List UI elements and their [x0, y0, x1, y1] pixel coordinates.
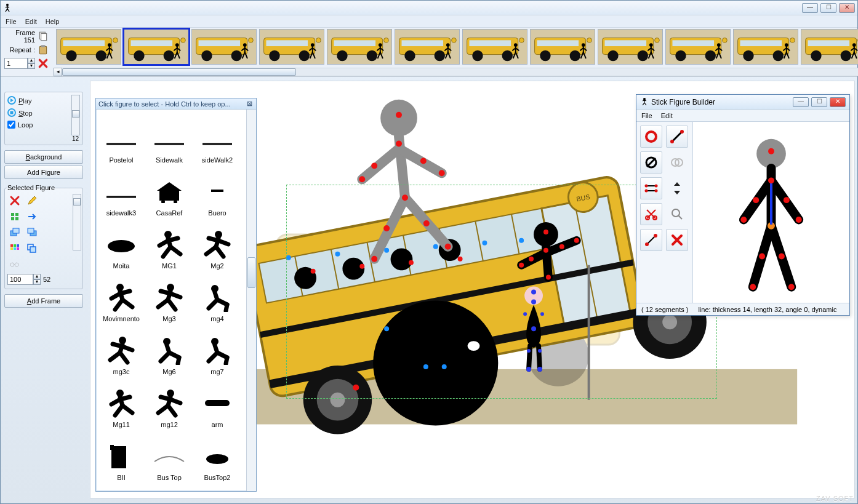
figure-library-item[interactable]: Bus Top: [145, 428, 193, 481]
figure-library-item[interactable]: [145, 481, 193, 491]
add-frame-button[interactable]: Add Frame: [4, 294, 83, 308]
duplicate-figure-icon[interactable]: [25, 242, 39, 255]
figure-library-scrollbar[interactable]: [246, 110, 256, 491]
delete-frame-icon[interactable]: [38, 58, 49, 69]
speed-slider[interactable]: [71, 95, 80, 135]
color-figure-icon[interactable]: [7, 242, 22, 255]
figure-library-item[interactable]: mg12: [145, 375, 193, 428]
opacity-slider-thumb[interactable]: [73, 198, 81, 206]
figure-library-titlebar[interactable]: Click figure to select - Hold Ctrl to ke…: [96, 98, 256, 110]
opacity-slider[interactable]: [73, 194, 81, 250]
repeat-up[interactable]: ▲: [28, 58, 35, 63]
figure-library-item[interactable]: mg3c: [97, 322, 145, 375]
center-figure-icon[interactable]: [7, 210, 22, 223]
timeline-thumb[interactable]: [124, 29, 189, 65]
sfb-tool-line-icon[interactable]: [666, 126, 688, 148]
figure-library-item[interactable]: sidewalk3: [97, 164, 145, 217]
main-titlebar[interactable]: — ☐ ✕: [1, 1, 857, 15]
raise-figure-icon[interactable]: [25, 226, 39, 239]
figure-library-item[interactable]: Mg11: [97, 375, 145, 428]
copy-frame-icon[interactable]: [38, 31, 49, 42]
sfb-tool-overlap-icon[interactable]: [666, 151, 688, 174]
sfb-close-button[interactable]: ✕: [830, 97, 846, 107]
sfb-tool-split-icon[interactable]: [640, 177, 662, 199]
timeline-thumb[interactable]: [598, 29, 663, 65]
sfb-tool-magnify-icon[interactable]: [666, 203, 688, 225]
timeline-scroll-left[interactable]: ◂: [54, 68, 62, 76]
stick-figure-builder-window[interactable]: Stick Figure Builder — ☐ ✕ File Edit: [636, 94, 850, 316]
figure-library-close-icon[interactable]: ⊠: [245, 100, 254, 108]
figure-library-item[interactable]: Sidewalk: [145, 111, 193, 164]
sfb-tool-delete-icon[interactable]: [666, 229, 688, 251]
repeat-input[interactable]: [4, 58, 28, 69]
timeline-scroll-track[interactable]: [62, 68, 858, 76]
menu-help[interactable]: Help: [46, 18, 60, 25]
edit-figure-icon[interactable]: [25, 194, 39, 207]
timeline-thumb[interactable]: [56, 29, 121, 65]
sfb-tool-circle-icon[interactable]: [640, 126, 662, 148]
main-close-button[interactable]: ✕: [839, 3, 855, 13]
flip-figure-icon[interactable]: [25, 210, 39, 223]
timeline-thumb[interactable]: [733, 29, 798, 65]
timeline-thumb[interactable]: [259, 29, 324, 65]
repeat-spinner[interactable]: ▲▼: [4, 58, 35, 69]
figure-library-scroll-thumb[interactable]: [247, 257, 255, 288]
size-down[interactable]: ▼: [33, 279, 41, 285]
figure-library-item[interactable]: Moita: [97, 217, 145, 270]
stop-button[interactable]: Stop: [18, 110, 33, 117]
join-figure-icon[interactable]: [7, 258, 22, 271]
background-button[interactable]: Background: [4, 150, 83, 164]
sfb-tool-segment-icon[interactable]: [640, 229, 662, 251]
figure-library-item[interactable]: mg4: [193, 270, 241, 322]
timeline-thumb[interactable]: [801, 29, 858, 65]
size-input[interactable]: [7, 274, 33, 285]
figure-library-panel[interactable]: Click figure to select - Hold Ctrl to ke…: [95, 98, 257, 492]
size-spinner[interactable]: ▲▼: [7, 274, 41, 285]
sfb-tool-nocircle-icon[interactable]: [640, 151, 662, 174]
sfb-menu-edit[interactable]: Edit: [661, 112, 673, 119]
paste-frame-icon[interactable]: [38, 44, 49, 55]
figure-library-item[interactable]: Movimnento: [97, 270, 145, 322]
sfb-menu-file[interactable]: File: [641, 112, 652, 119]
lower-figure-icon[interactable]: [7, 226, 22, 239]
main-maximize-button[interactable]: ☐: [820, 3, 836, 13]
figure-library-item[interactable]: BII: [97, 428, 145, 481]
figure-library-item[interactable]: Mg6: [145, 322, 193, 375]
menu-file[interactable]: File: [6, 18, 17, 25]
sfb-minimize-button[interactable]: —: [793, 97, 809, 107]
figure-library-item[interactable]: [97, 481, 145, 491]
main-minimize-button[interactable]: —: [802, 3, 818, 13]
figure-library-item[interactable]: arm: [193, 375, 241, 428]
sfb-tool-updown-icon[interactable]: [666, 177, 688, 199]
timeline-thumb[interactable]: [395, 29, 460, 65]
figure-library-item[interactable]: Buero: [193, 164, 241, 217]
sfb-maximize-button[interactable]: ☐: [811, 97, 827, 107]
timeline-thumb[interactable]: [530, 29, 595, 65]
figure-library-item[interactable]: [193, 481, 241, 491]
menu-edit[interactable]: Edit: [25, 18, 37, 25]
figure-library-item[interactable]: MG1: [145, 217, 193, 270]
speed-slider-thumb[interactable]: [72, 110, 79, 118]
delete-figure-icon[interactable]: [7, 194, 22, 207]
timeline-thumb[interactable]: [191, 29, 257, 65]
repeat-down[interactable]: ▼: [28, 63, 35, 69]
sfb-titlebar[interactable]: Stick Figure Builder — ☐ ✕: [636, 95, 849, 110]
figure-library-item[interactable]: Mg2: [193, 217, 241, 270]
timeline-thumb[interactable]: [665, 29, 731, 65]
sfb-tool-cut-icon[interactable]: [640, 203, 662, 225]
add-figure-button[interactable]: Add Figure: [4, 166, 83, 179]
size-up[interactable]: ▲: [33, 274, 41, 279]
figure-library-item[interactable]: BusTop2: [193, 428, 241, 481]
loop-checkbox[interactable]: [7, 121, 15, 129]
play-button[interactable]: Play: [18, 97, 31, 105]
figure-library-item[interactable]: sideWalk2: [193, 111, 241, 164]
figure-library-item[interactable]: Postelol: [97, 111, 145, 164]
timeline-scroll-thumb[interactable]: [62, 68, 296, 76]
figure-library-item[interactable]: Mg3: [145, 270, 193, 322]
figure-library-item[interactable]: mg7: [193, 322, 241, 375]
timeline-scrollbar[interactable]: ◂ ▸: [54, 68, 858, 76]
sfb-canvas[interactable]: [693, 122, 849, 303]
timeline-thumb[interactable]: [462, 29, 527, 65]
figure-library-item[interactable]: CasaRef: [145, 164, 193, 217]
timeline-thumb[interactable]: [327, 29, 392, 65]
